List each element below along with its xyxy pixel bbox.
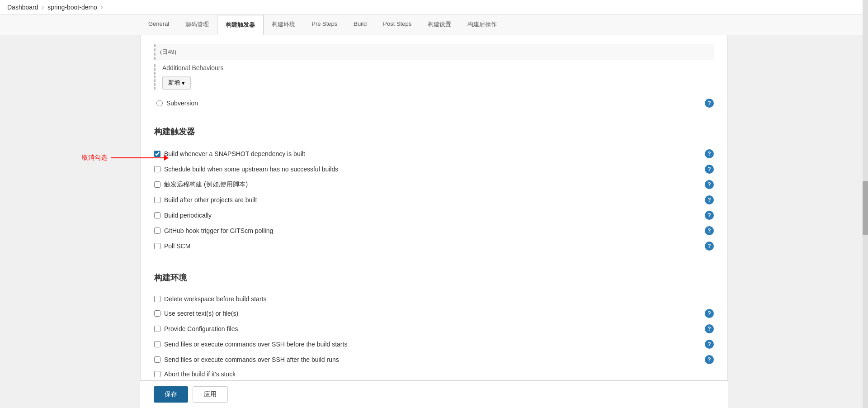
trigger-checkboxes: Build whenever a SNAPSHOT dependency is … — [154, 146, 714, 254]
tab-source[interactable]: 源码管理 — [177, 15, 217, 35]
checkbox-remote[interactable] — [154, 181, 160, 188]
new-behaviour-button[interactable]: 新增 ▾ — [162, 76, 191, 90]
checkbox-label-remote: 触发远程构建 (例如,使用脚本) — [164, 180, 248, 189]
annotation-arrow: 取消勾选 — [82, 154, 165, 162]
checkbox-left-github_hook: GitHub hook trigger for GITScm polling — [154, 227, 273, 234]
env-checkbox-label-secret: Use secret text(s) or file(s) — [164, 310, 238, 317]
env-checkbox-delete_ws[interactable] — [154, 296, 160, 302]
tab-postbuild[interactable]: 构建后操作 — [459, 15, 505, 35]
help-icon-upstream[interactable]: ? — [705, 165, 714, 174]
env-row-config_files: Provide Configuration files? — [154, 321, 714, 337]
trigger-row-periodic: Build periodically? — [154, 208, 714, 223]
checkbox-label-github_hook: GitHub hook trigger for GITScm polling — [164, 227, 273, 234]
checkbox-left-poll_scm: Poll SCM — [154, 242, 190, 250]
tab-general[interactable]: General — [140, 15, 177, 35]
arrow-line — [111, 157, 165, 158]
subversion-label: Subversion — [166, 100, 198, 107]
env-help-icon-ssh_before[interactable]: ? — [705, 340, 714, 349]
env-checkbox-label-abort_stuck: Abort the build if it's stuck — [164, 370, 236, 378]
bottom-bar: 保存 应用 — [140, 380, 728, 408]
additional-behaviours-title: Additional Behaviours — [162, 64, 714, 71]
apply-button[interactable]: 应用 — [193, 386, 228, 403]
breadcrumb-dashboard[interactable]: Dashboard — [7, 4, 38, 11]
env-checkbox-left-secret: Use secret text(s) or file(s) — [154, 310, 238, 317]
subversion-row: Subversion ? — [154, 99, 714, 108]
env-checkbox-config_files[interactable] — [154, 326, 160, 332]
env-checkbox-left-ssh_after: Send files or execute commands over SSH … — [154, 356, 339, 363]
tab-build[interactable]: Build — [345, 15, 375, 35]
env-checkbox-ssh_before[interactable] — [154, 341, 160, 347]
env-row-delete_ws: Delete workspace before build starts — [154, 292, 714, 306]
help-icon-snapshot[interactable]: ? — [705, 149, 714, 158]
env-checkbox-label-delete_ws: Delete workspace before build starts — [164, 295, 266, 303]
tab-presteps[interactable]: Pre Steps — [303, 15, 345, 35]
divider-2 — [154, 263, 714, 263]
checkbox-label-snapshot: Build whenever a SNAPSHOT dependency is … — [164, 150, 305, 157]
env-help-icon-config_files[interactable]: ? — [705, 324, 714, 333]
env-checkbox-left-ssh_before: Send files or execute commands over SSH … — [154, 341, 347, 348]
env-row-secret: Use secret text(s) or file(s)? — [154, 306, 714, 321]
trigger-row-snapshot: Build whenever a SNAPSHOT dependency is … — [154, 146, 714, 161]
help-icon-remote[interactable]: ? — [705, 180, 714, 189]
breadcrumb-project[interactable]: spring-boot-demo — [47, 4, 97, 11]
env-checkboxes: Delete workspace before build startsUse … — [154, 292, 714, 381]
checkbox-left-snapshot: Build whenever a SNAPSHOT dependency is … — [154, 150, 305, 157]
env-checkbox-label-config_files: Provide Configuration files — [164, 325, 238, 332]
tab-env[interactable]: 构建环境 — [264, 15, 303, 35]
checkbox-upstream[interactable] — [154, 166, 160, 172]
env-checkbox-secret[interactable] — [154, 310, 160, 317]
tabs-bar: General源码管理构建触发器构建环境Pre StepsBuildPost S… — [0, 15, 868, 35]
help-icon-github_hook[interactable]: ? — [705, 226, 714, 235]
env-row-abort_stuck: Abort the build if it's stuck — [154, 367, 714, 381]
main-content: 取消勾选 (日49) Additional Behaviours 新增 ▾ Su… — [140, 35, 728, 408]
divider-1 — [154, 117, 714, 117]
subversion-help-icon[interactable]: ? — [705, 99, 714, 108]
trigger-section-title: 构建触发器 — [154, 126, 714, 139]
checkbox-label-after_other: Build after other projects are built — [164, 196, 257, 204]
tab-settings[interactable]: 构建设置 — [420, 15, 459, 35]
breadcrumb-sep1: › — [42, 4, 44, 11]
checkbox-periodic[interactable] — [154, 212, 160, 218]
help-icon-after_other[interactable]: ? — [705, 195, 714, 204]
breadcrumb-bar: Dashboard › spring-boot-demo › — [0, 0, 868, 15]
checkbox-label-upstream: Schedule build when some upstream has no… — [164, 166, 338, 173]
additional-behaviours-section: Additional Behaviours 新增 ▾ — [154, 64, 714, 90]
help-icon-periodic[interactable]: ? — [705, 211, 714, 220]
breadcrumb-sep2: › — [101, 4, 103, 11]
checkbox-poll_scm[interactable] — [154, 243, 160, 249]
scrollbar[interactable] — [863, 0, 868, 408]
checkbox-after_other[interactable] — [154, 197, 160, 203]
checkbox-github_hook[interactable] — [154, 228, 160, 234]
help-icon-poll_scm[interactable]: ? — [705, 242, 714, 251]
dropdown-icon: ▾ — [182, 80, 185, 86]
env-row-ssh_after: Send files or execute commands over SSH … — [154, 352, 714, 367]
tab-poststeps[interactable]: Post Steps — [375, 15, 420, 35]
save-button[interactable]: 保存 — [154, 386, 188, 403]
env-help-icon-secret[interactable]: ? — [705, 309, 714, 318]
trigger-row-remote: 触发远程构建 (例如,使用脚本)? — [154, 177, 714, 192]
trigger-row-poll_scm: Poll SCM? — [154, 238, 714, 254]
env-checkbox-left-delete_ws: Delete workspace before build starts — [154, 295, 266, 303]
checkbox-label-periodic: Build periodically — [164, 212, 212, 219]
env-checkbox-left-abort_stuck: Abort the build if it's stuck — [154, 370, 236, 378]
env-checkbox-label-ssh_before: Send files or execute commands over SSH … — [164, 341, 347, 348]
trigger-row-after_other: Build after other projects are built? — [154, 192, 714, 208]
checkbox-left-periodic: Build periodically — [154, 212, 212, 219]
env-help-icon-ssh_after[interactable]: ? — [705, 355, 714, 364]
env-section-title: 构建环境 — [154, 272, 714, 285]
checkbox-left-after_other: Build after other projects are built — [154, 196, 257, 204]
annotation-text: 取消勾选 — [82, 154, 107, 162]
env-checkbox-ssh_after[interactable] — [154, 356, 160, 363]
scrollbar-thumb[interactable] — [863, 181, 868, 235]
checkbox-label-poll_scm: Poll SCM — [164, 242, 190, 250]
checkbox-left-upstream: Schedule build when some upstream has no… — [154, 166, 338, 173]
trigger-row-upstream: Schedule build when some upstream has no… — [154, 161, 714, 177]
env-row-ssh_before: Send files or execute commands over SSH … — [154, 337, 714, 352]
env-checkbox-abort_stuck[interactable] — [154, 371, 160, 377]
tab-trigger[interactable]: 构建触发器 — [217, 15, 264, 35]
trigger-row-github_hook: GitHub hook trigger for GITScm polling? — [154, 223, 714, 238]
subversion-radio[interactable] — [156, 100, 163, 106]
env-checkbox-label-ssh_after: Send files or execute commands over SSH … — [164, 356, 339, 363]
checkbox-left-remote: 触发远程构建 (例如,使用脚本) — [154, 180, 248, 189]
new-behaviour-label: 新增 — [168, 79, 180, 87]
